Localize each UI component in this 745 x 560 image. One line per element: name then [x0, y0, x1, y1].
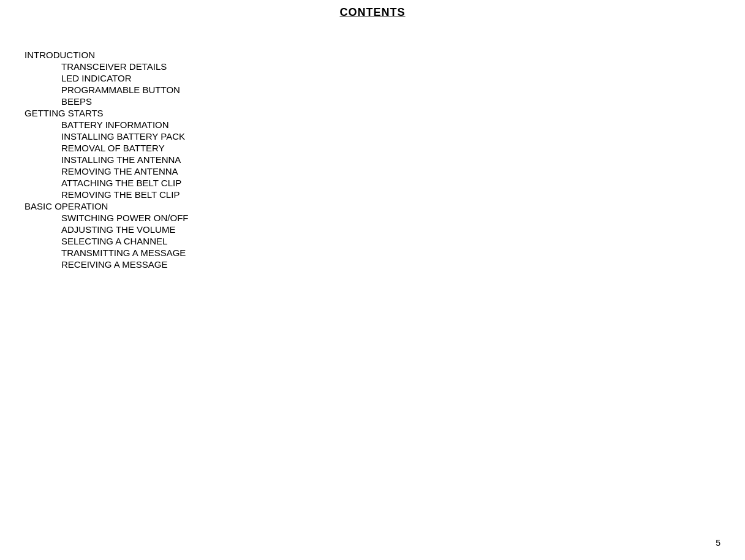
toc-item: PROGRAMMABLE BUTTON [25, 85, 720, 95]
toc-item: INSTALLING THE ANTENNA [25, 154, 720, 165]
toc-item: TRANSMITTING A MESSAGE [25, 248, 720, 258]
toc-item: SELECTING A CHANNEL [25, 236, 720, 246]
toc-item: REMOVAL OF BATTERY [25, 143, 720, 153]
page-title: CONTENTS [25, 0, 720, 44]
page-number: 5 [716, 538, 720, 548]
toc-item: REMOVING THE BELT CLIP [25, 189, 720, 200]
toc-item: TRANSCEIVER DETAILS [25, 61, 720, 72]
toc-item: ADJUSTING THE VOLUME [25, 224, 720, 235]
page-container: CONTENTS INTRODUCTIONTRANSCEIVER DETAILS… [0, 0, 745, 560]
toc-item: INSTALLING BATTERY PACK [25, 131, 720, 142]
toc-item: RECEIVING A MESSAGE [25, 259, 720, 270]
toc-item: ATTACHING THE BELT CLIP [25, 178, 720, 188]
toc-section-header: BASIC OPERATION [25, 201, 720, 211]
toc-section-header: INTRODUCTION [25, 50, 720, 60]
toc-item: SWITCHING POWER ON/OFF [25, 213, 720, 223]
toc-item: LED INDICATOR [25, 73, 720, 83]
table-of-contents: INTRODUCTIONTRANSCEIVER DETAILSLED INDIC… [25, 50, 720, 270]
toc-section-header: GETTING STARTS [25, 108, 720, 118]
toc-item: REMOVING THE ANTENNA [25, 166, 720, 176]
toc-item: BATTERY INFORMATION [25, 119, 720, 130]
toc-item: BEEPS [25, 96, 720, 107]
